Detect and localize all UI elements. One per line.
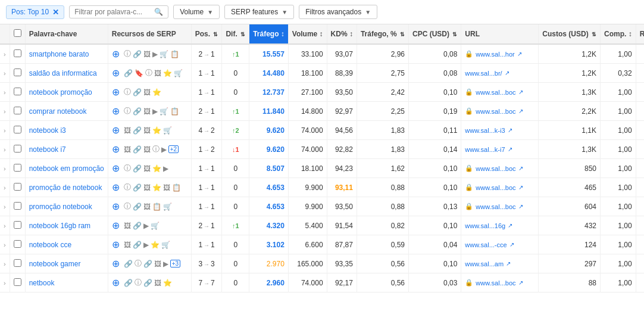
external-link-icon[interactable]: ↗ [505, 70, 509, 76]
serp-feature-icon[interactable]: 🔗 [133, 203, 142, 211]
keyword-link[interactable]: netbook [29, 279, 55, 287]
serp-feature-icon[interactable]: ⭐ [152, 164, 161, 173]
serp-feature-icon[interactable]: ⭐ [163, 69, 172, 77]
row-checkbox[interactable] [14, 183, 21, 191]
active-filter-tag[interactable]: Pos: Top 10 ✕ [6, 5, 64, 19]
serp-feature-icon[interactable]: 🔗 [133, 222, 142, 230]
keyword-link[interactable]: smartphone barato [29, 50, 89, 58]
row-checkbox[interactable] [14, 126, 21, 133]
col-cost-header[interactable]: Custos (USD) ⇅ [539, 24, 601, 44]
col-pos-header[interactable]: Pos. ⇅ [191, 24, 222, 44]
add-serp-icon[interactable]: ⊕ [112, 144, 120, 155]
serp-feature-icon[interactable]: ⓘ [135, 278, 142, 288]
serp-feature-icon[interactable]: 🔖 [135, 69, 143, 77]
add-serp-icon[interactable]: ⊕ [112, 239, 120, 250]
serp-feature-icon[interactable]: 🛒 [160, 50, 168, 58]
keyword-link[interactable]: notebook i3 [29, 126, 66, 135]
serp-feature-icon[interactable]: ⓘ [135, 259, 142, 269]
serp-feature-icon[interactable]: 🖼 [143, 50, 151, 58]
expand-button[interactable]: › [4, 184, 6, 191]
serp-feature-icon[interactable]: ▶ [163, 260, 168, 268]
url-text[interactable]: www.sal...-cce [465, 241, 507, 248]
serp-feature-icon[interactable]: ⓘ [145, 68, 152, 78]
add-serp-icon[interactable]: ⊕ [112, 125, 120, 136]
serp-feature-icon[interactable]: 🖼 [143, 88, 151, 97]
serp-feature-icon[interactable]: 🖼 [143, 126, 151, 135]
col-kd-header[interactable]: KD% ↕ [327, 24, 357, 44]
row-checkbox[interactable] [14, 49, 21, 57]
add-serp-icon[interactable]: ⊕ [112, 105, 120, 117]
keyword-link[interactable]: notebook i7 [29, 145, 66, 154]
serp-feature-icon[interactable]: ⭐ [152, 88, 161, 97]
serp-feature-icon[interactable]: 🖼 [154, 279, 161, 287]
serp-more-badge[interactable]: +2 [168, 145, 179, 153]
serp-feature-icon[interactable]: ▶ [163, 164, 168, 173]
serp-feature-icon[interactable]: ⓘ [124, 182, 131, 192]
external-link-icon[interactable]: ↗ [517, 51, 522, 57]
url-text[interactable]: www.sal...boc [476, 279, 515, 287]
row-checkbox[interactable] [14, 88, 21, 95]
serp-feature-icon[interactable]: 🖼 [163, 183, 170, 192]
url-text[interactable]: www.sal...boc [476, 165, 515, 172]
add-serp-icon[interactable]: ⊕ [112, 86, 120, 98]
serp-feature-icon[interactable]: 🖼 [143, 145, 151, 154]
serp-feature-icon[interactable]: 🛒 [163, 203, 172, 211]
serp-features-dropdown[interactable]: SERP features ▼ [224, 5, 294, 19]
serp-feature-icon[interactable]: 🖼 [124, 241, 131, 249]
keyword-link[interactable]: notebook promoção [29, 88, 92, 97]
serp-feature-icon[interactable]: 🖼 [154, 69, 161, 77]
row-checkbox[interactable] [14, 69, 21, 76]
serp-feature-icon[interactable]: 🖼 [143, 203, 151, 211]
external-link-icon[interactable]: ↗ [518, 279, 523, 286]
serp-feature-icon[interactable]: ⭐ [152, 126, 161, 135]
row-checkbox[interactable] [14, 107, 21, 114]
keyword-link[interactable]: notebook gamer [29, 260, 81, 268]
external-link-icon[interactable]: ↗ [508, 127, 512, 133]
serp-feature-icon[interactable]: 🔗 [133, 164, 142, 173]
serp-feature-icon[interactable]: 🖼 [124, 222, 131, 230]
serp-feature-icon[interactable]: 📋 [172, 183, 181, 192]
external-link-icon[interactable]: ↗ [518, 89, 523, 95]
serp-feature-icon[interactable]: ⓘ [124, 163, 131, 173]
serp-feature-icon[interactable]: 🔗 [133, 126, 142, 135]
url-text[interactable]: www.sal...k-i7 [465, 146, 505, 153]
serp-feature-icon[interactable]: ⭐ [151, 241, 160, 249]
serp-feature-icon[interactable]: ⭐ [152, 183, 161, 192]
serp-feature-icon[interactable]: 🖼 [143, 164, 151, 173]
external-link-icon[interactable]: ↗ [518, 203, 523, 210]
serp-feature-icon[interactable]: ⓘ [124, 87, 131, 97]
expand-button[interactable]: › [4, 203, 6, 210]
col-comp-header[interactable]: Comp. ↕ [601, 24, 636, 44]
row-checkbox[interactable] [14, 259, 21, 267]
url-text[interactable]: www.sal...16g [465, 222, 505, 229]
url-text[interactable]: www.sal...boc [476, 184, 515, 191]
serp-feature-icon[interactable]: 🛒 [161, 241, 170, 249]
external-link-icon[interactable]: ↗ [518, 184, 523, 191]
row-checkbox[interactable] [14, 164, 21, 172]
expand-button[interactable]: › [4, 51, 6, 58]
expand-button[interactable]: › [4, 108, 6, 115]
url-text[interactable]: www.sal...hor [476, 51, 514, 58]
url-text[interactable]: www.sal...k-i3 [465, 127, 505, 134]
expand-button[interactable]: › [4, 70, 6, 77]
add-serp-icon[interactable]: ⊕ [112, 258, 120, 269]
external-link-icon[interactable]: ↗ [508, 146, 512, 153]
serp-feature-icon[interactable]: ⓘ [124, 106, 131, 116]
row-checkbox[interactable] [14, 145, 21, 153]
serp-feature-icon[interactable]: 🔗 [124, 69, 133, 77]
select-all-checkbox[interactable] [14, 29, 21, 37]
col-cpc-header[interactable]: CPC (USD) ⇅ [408, 24, 461, 44]
serp-feature-icon[interactable]: 🖼 [154, 260, 161, 268]
keyword-link[interactable]: comprar notebook [29, 107, 87, 116]
serp-feature-icon[interactable]: 🔗 [133, 241, 142, 249]
col-volume-header[interactable]: Volume ↕ [288, 24, 327, 44]
serp-feature-icon[interactable]: ⭐ [163, 279, 172, 287]
serp-feature-icon[interactable]: 🖼 [124, 145, 131, 154]
serp-feature-icon[interactable]: 🔗 [133, 145, 142, 154]
serp-more-badge[interactable]: +3 [170, 260, 180, 267]
url-text[interactable]: www.sal...boc [476, 89, 515, 96]
external-link-icon[interactable]: ↗ [508, 222, 512, 229]
serp-feature-icon[interactable]: ▶ [152, 50, 158, 58]
row-checkbox[interactable] [14, 278, 21, 286]
serp-feature-icon[interactable]: 🔗 [133, 88, 142, 97]
